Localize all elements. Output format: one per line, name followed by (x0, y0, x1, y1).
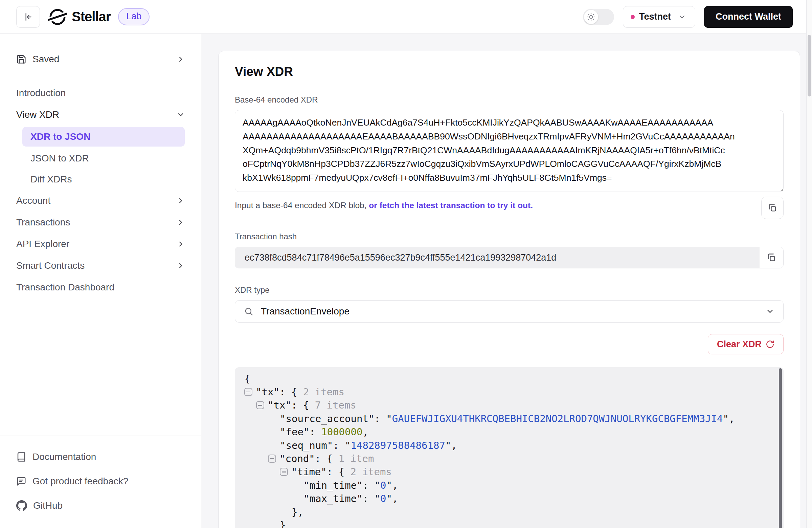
sidebar-item-account[interactable]: Account (16, 190, 185, 212)
sidebar-item-label: Saved (32, 54, 59, 65)
sidebar-item-github[interactable]: GitHub (16, 494, 185, 518)
main-content: View XDR Base-64 encoded XDR Input a bas… (201, 34, 812, 528)
json-line-text: { (244, 373, 250, 385)
copy-icon (767, 253, 776, 262)
chevron-right-icon (177, 218, 185, 226)
sidebar-item-label: Transaction Dashboard (16, 282, 114, 293)
json-line-text: "time": { 2 items (291, 466, 392, 477)
theme-toggle[interactable] (583, 9, 614, 25)
json-line-text: "max_time": "0", (304, 493, 398, 504)
light-mode-sun-icon (584, 10, 598, 24)
sidebar-item-transactions[interactable]: Transactions (16, 212, 185, 233)
transaction-hash-field (235, 247, 784, 268)
chevron-down-icon (766, 307, 774, 316)
sidebar-item-label: Documentation (32, 452, 96, 462)
json-line: { (235, 372, 784, 385)
transaction-hash-value[interactable] (235, 247, 759, 268)
brand-name: Stellar (72, 9, 111, 24)
sidebar-item-label: GitHub (33, 500, 62, 511)
sidebar-item-label: Smart Contracts (16, 260, 85, 271)
github-icon (16, 500, 27, 511)
sidebar-item-label: Transactions (16, 217, 70, 228)
json-line-text: "seq_num": "1482897588486187", (280, 440, 457, 451)
clear-xdr-label: Clear XDR (717, 339, 762, 349)
sidebar-item-feedback[interactable]: Got product feedback? (16, 469, 185, 494)
network-status-dot (630, 15, 635, 19)
brand[interactable]: Stellar Lab (48, 8, 149, 26)
page-scrollbar[interactable] (806, 0, 812, 528)
search-icon (244, 306, 253, 316)
transaction-hash-label: Transaction hash (235, 232, 784, 241)
collapse-sidebar-button[interactable] (16, 6, 40, 28)
sidebar-divider (16, 78, 185, 78)
collapse-toggle-icon[interactable] (244, 388, 252, 396)
json-line-text: "source_account": "GAUEFWJIGXU4THKRCQBEB… (280, 413, 735, 425)
xdr-type-label: XDR type (235, 285, 784, 295)
json-line: "time": { 2 items (235, 466, 784, 479)
sidebar-item-introduction[interactable]: Introduction (16, 82, 185, 104)
chevron-down-icon (678, 13, 686, 21)
json-line: "fee": 1000000, (235, 426, 784, 439)
json-line-text: }, (292, 506, 304, 518)
sidebar: Saved Introduction View XDR XDR to JSON … (0, 34, 201, 528)
json-line: "tx": { 7 items (235, 399, 784, 412)
xdr-input-label: Base-64 encoded XDR (235, 95, 784, 104)
sidebar-item-saved[interactable]: Saved (16, 49, 185, 69)
chevron-right-icon (177, 55, 185, 63)
connect-wallet-button[interactable]: Connect Wallet (704, 6, 793, 28)
page-scrollbar-thumb[interactable] (808, 35, 811, 97)
lab-badge: Lab (118, 8, 149, 25)
network-select[interactable]: Testnet (623, 6, 695, 28)
sidebar-item-label: XDR to JSON (30, 131, 90, 142)
json-line: "cond": { 1 item (235, 452, 784, 465)
json-line-text: "min_time": "0", (304, 480, 398, 491)
sidebar-item-label: Got product feedback? (32, 476, 128, 487)
json-line: "seq_num": "1482897588486187", (235, 439, 784, 452)
xdr-hint: Input a base-64 encoded XDR blob, or fet… (235, 201, 533, 210)
hint-plain-text: Input a base-64 encoded XDR blob, (235, 201, 369, 210)
json-line: "source_account": "GAUEFWJIGXU4THKRCQBEB… (235, 412, 784, 425)
app-header: Stellar Lab Testnet Connect Wallet (0, 0, 812, 34)
clear-xdr-button[interactable]: Clear XDR (708, 334, 784, 354)
xdr-type-select[interactable]: TransactionEnvelope (235, 300, 784, 323)
json-line: "min_time": "0", (235, 479, 784, 492)
json-viewer-scrollbar[interactable] (779, 368, 782, 528)
sidebar-item-label: Introduction (16, 88, 66, 99)
feedback-message-icon (16, 476, 26, 486)
sidebar-item-documentation[interactable]: Documentation (16, 445, 185, 469)
stellar-logo-icon (48, 8, 67, 26)
sidebar-item-api-explorer[interactable]: API Explorer (16, 233, 185, 255)
sidebar-item-smart-contracts[interactable]: Smart Contracts (16, 255, 185, 276)
page-title: View XDR (235, 65, 784, 79)
copy-hash-button[interactable] (759, 247, 783, 268)
chevron-right-icon (177, 197, 185, 205)
xdr-type-value: TransactionEnvelope (261, 306, 349, 317)
network-label: Testnet (639, 12, 671, 22)
json-viewer-content: {"tx": { 2 items"tx": { 7 items"source_a… (235, 372, 784, 528)
chevron-right-icon (177, 262, 185, 270)
sidebar-footer: Documentation Got product feedback? GitH… (0, 436, 201, 528)
sidebar-item-xdr-to-json[interactable]: XDR to JSON (22, 127, 185, 146)
collapse-toggle-icon[interactable] (268, 455, 276, 463)
fetch-latest-transaction-link[interactable]: or fetch the latest transaction to try i… (369, 201, 533, 210)
sidebar-item-diff-xdrs[interactable]: Diff XDRs (16, 169, 185, 190)
json-line: }, (235, 505, 784, 518)
collapse-toggle-icon[interactable] (280, 468, 288, 476)
json-line-text: "tx": { 2 items (256, 386, 345, 398)
xdr-input[interactable] (235, 110, 784, 192)
json-line-text: "tx": { 7 items (267, 399, 356, 411)
sidebar-item-label: Diff XDRs (30, 174, 72, 185)
collapse-toggle-icon[interactable] (256, 401, 264, 409)
sidebar-item-label: JSON to XDR (30, 153, 89, 164)
json-line-text: } (280, 519, 286, 528)
copy-icon (768, 203, 777, 213)
sidebar-item-json-to-xdr[interactable]: JSON to XDR (16, 148, 185, 169)
chevron-right-icon (177, 240, 185, 248)
sidebar-item-label: Account (16, 195, 50, 206)
sidebar-item-transaction-dashboard[interactable]: Transaction Dashboard (16, 276, 185, 298)
chevron-down-icon (177, 111, 185, 119)
copy-xdr-button[interactable] (761, 197, 784, 219)
json-line-text: "cond": { 1 item (279, 453, 374, 465)
json-line: } (235, 518, 784, 528)
sidebar-item-view-xdr[interactable]: View XDR (16, 104, 185, 126)
